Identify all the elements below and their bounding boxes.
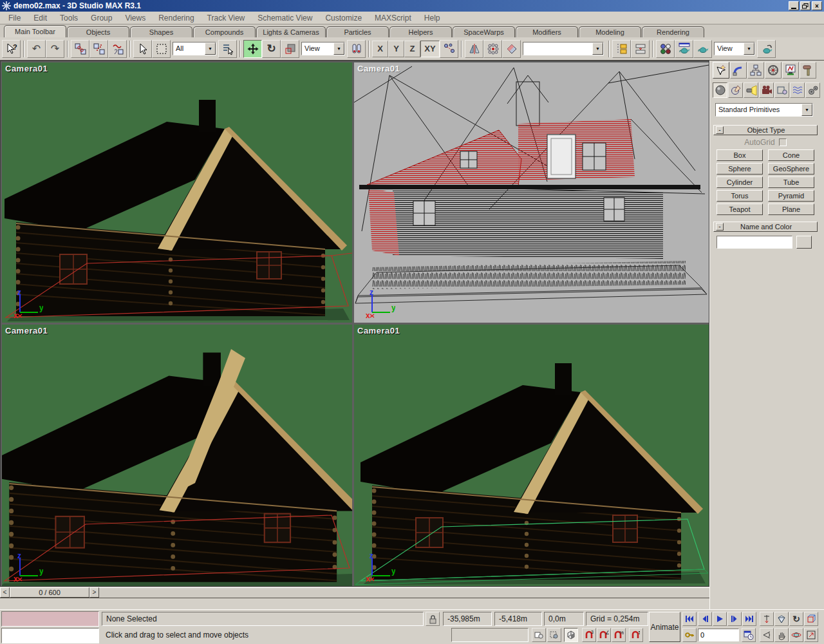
primitive-cone-button[interactable]: Cone	[768, 149, 814, 161]
previous-frame-button[interactable]	[698, 612, 712, 626]
tab-modify[interactable]	[730, 62, 747, 79]
perspective-button[interactable]	[774, 612, 789, 626]
close-button[interactable]: ×	[812, 1, 822, 10]
bind-to-spacewarp-button[interactable]	[108, 40, 127, 58]
align-button[interactable]	[502, 40, 521, 58]
name-and-color-rollout-header[interactable]: - Name and Color	[713, 222, 818, 232]
tab-modifiers[interactable]: Modifiers	[516, 26, 578, 37]
degradation-override-toggle[interactable]	[564, 628, 578, 642]
coordinate-y-field[interactable]: -5,418m	[494, 612, 542, 626]
category-systems-button[interactable]	[805, 82, 820, 98]
tab-utilities[interactable]	[800, 62, 816, 79]
go-to-end-button[interactable]	[742, 612, 756, 626]
tab-helpers[interactable]: Helpers	[389, 26, 452, 37]
render-type-dropdown[interactable]: View▼	[714, 42, 755, 55]
array-button[interactable]	[483, 40, 502, 58]
percent-snap-toggle[interactable]: %	[612, 628, 626, 642]
time-tag-field[interactable]	[451, 628, 529, 642]
ik-toggle-button[interactable]	[440, 40, 458, 58]
maxscript-listener-pane[interactable]	[1, 628, 99, 643]
category-spacewarps-button[interactable]	[790, 82, 805, 98]
tab-rendering[interactable]: Rendering	[642, 26, 704, 37]
menu-tools[interactable]: Tools	[54, 12, 84, 24]
primitive-geosphere-button[interactable]: GeoSphere	[768, 163, 814, 175]
viewport-top-left-camera[interactable]: Camera01 zyx	[2, 62, 352, 323]
menu-file[interactable]: File	[3, 12, 26, 24]
redo-button[interactable]: ↷	[46, 40, 64, 58]
primitive-sphere-button[interactable]: Sphere	[716, 163, 763, 175]
use-pivot-point-center-button[interactable]	[347, 40, 366, 58]
viewport-bottom-right-camera[interactable]: Camera01 zyx	[354, 325, 709, 586]
primitive-teapot-button[interactable]: Teapot	[716, 204, 763, 215]
unlink-selection-button[interactable]	[89, 40, 108, 58]
tab-display[interactable]	[782, 62, 799, 79]
tab-modeling[interactable]: Modeling	[579, 26, 641, 37]
primitive-cylinder-button[interactable]: Cylinder	[716, 176, 763, 188]
restore-button[interactable]	[800, 1, 810, 10]
select-and-link-button[interactable]	[71, 40, 89, 58]
macro-recorder-pane[interactable]	[1, 611, 99, 627]
coordinate-x-field[interactable]: -35,985m	[443, 612, 492, 626]
primitive-tube-button[interactable]: Tube	[768, 176, 814, 188]
restrict-to-y-button[interactable]: Y	[388, 41, 404, 57]
undo-button[interactable]: ↶	[27, 40, 46, 58]
zoom-extents-all-button[interactable]	[804, 612, 818, 626]
angle-snap-toggle[interactable]: ∠	[597, 628, 611, 642]
tab-objects[interactable]: Objects	[67, 26, 129, 37]
min-max-toggle-button[interactable]	[804, 628, 818, 642]
menu-track-view[interactable]: Track View	[201, 12, 251, 24]
render-scene-button[interactable]	[675, 40, 693, 58]
spinner-snap-toggle[interactable]	[629, 628, 643, 642]
minimize-button[interactable]	[789, 1, 799, 10]
tab-hierarchy[interactable]	[747, 62, 764, 79]
select-object-button[interactable]	[133, 40, 152, 58]
menu-rendering[interactable]: Rendering	[153, 12, 200, 24]
material-editor-button[interactable]	[656, 40, 675, 58]
primitive-box-button[interactable]: Box	[716, 149, 763, 161]
title-bar[interactable]: demo02.max - 3D Studio MAX R3.1 ×	[0, 0, 824, 12]
named-selection-sets-dropdown[interactable]: ▼	[523, 42, 604, 55]
viewport-top-right-camera-wireframe[interactable]: Camera01 zyx	[354, 62, 709, 323]
tab-lights-cameras[interactable]: Lights & Cameras	[256, 26, 326, 37]
key-mode-toggle[interactable]	[682, 628, 697, 642]
restrict-to-xy-plane-button[interactable]: XY	[420, 41, 440, 57]
go-to-start-button[interactable]	[682, 612, 697, 626]
tab-particles[interactable]: Particles	[326, 26, 389, 37]
animate-button[interactable]: Animate	[649, 612, 680, 642]
menu-group[interactable]: Group	[85, 12, 118, 24]
restrict-to-x-button[interactable]: X	[372, 41, 388, 57]
render-last-button[interactable]	[693, 40, 712, 58]
menu-edit[interactable]: Edit	[28, 12, 53, 24]
tab-compounds[interactable]: Compounds	[193, 26, 256, 37]
tab-shapes[interactable]: Shapes	[130, 26, 192, 37]
object-name-field[interactable]	[716, 236, 792, 249]
coordinate-z-field[interactable]: 0,0m	[544, 612, 584, 626]
tab-main-toolbar[interactable]: Main Toolbar	[4, 25, 66, 37]
select-by-name-button[interactable]	[218, 40, 237, 58]
roll-camera-button[interactable]: ↻	[789, 612, 803, 626]
object-type-rollout-header[interactable]: - Object Type	[713, 125, 818, 135]
viewport-bottom-left-camera[interactable]: Camera01 zyx	[2, 325, 352, 586]
category-geometry-button[interactable]	[713, 82, 727, 98]
rectangular-selection-region-button[interactable]	[152, 40, 171, 58]
next-frame-button[interactable]	[727, 612, 742, 626]
mirror-button[interactable]	[465, 40, 483, 58]
menu-help[interactable]: Help	[418, 12, 446, 24]
time-slider-handle[interactable]: 0 / 600	[10, 587, 89, 598]
menu-views[interactable]: Views	[119, 12, 151, 24]
category-lights-button[interactable]	[744, 82, 758, 98]
open-track-view-button[interactable]	[612, 40, 631, 58]
primitive-pyramid-button[interactable]: Pyramid	[768, 190, 814, 202]
time-slider-next-button[interactable]: >	[89, 587, 99, 598]
primitive-torus-button[interactable]: Torus	[716, 190, 763, 202]
select-and-rotate-button[interactable]: ↻	[262, 40, 281, 58]
open-schematic-view-button[interactable]	[631, 40, 650, 58]
primitive-category-dropdown[interactable]: Standard Primitives▼	[715, 103, 813, 117]
select-and-scale-button[interactable]	[281, 40, 299, 58]
field-of-view-button[interactable]	[760, 628, 774, 642]
menu-customize[interactable]: Customize	[319, 12, 368, 24]
category-helpers-button[interactable]	[774, 82, 789, 98]
menu-schematic-view[interactable]: Schematic View	[252, 12, 318, 24]
object-color-swatch[interactable]	[796, 236, 812, 249]
category-shapes-button[interactable]	[728, 82, 743, 98]
